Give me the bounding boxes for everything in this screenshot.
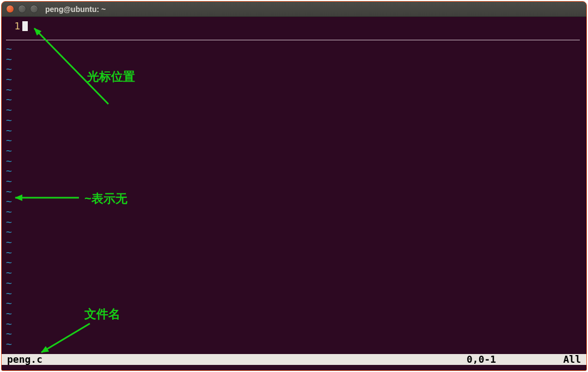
tilde-marker: ~: [6, 115, 12, 126]
tilde-marker: ~: [6, 268, 12, 278]
status-scroll: All: [548, 355, 581, 364]
tilde-marker: ~: [6, 237, 12, 248]
cursor-block: [22, 21, 28, 31]
line-number: 1: [2, 21, 22, 31]
tilde-column: ~~~~~~~~~~~~~~~~~~~~~~~~~~~~~~~: [6, 44, 12, 359]
tilde-marker: ~: [6, 309, 12, 319]
close-icon[interactable]: [6, 5, 14, 13]
titlebar: peng@ubuntu: ~: [2, 2, 586, 17]
minimize-icon[interactable]: [18, 5, 26, 13]
tilde-marker: ~: [6, 105, 12, 115]
status-bar: peng.c 0,0-1 All: [2, 354, 586, 365]
cursorline-underline: [6, 40, 580, 40]
tilde-marker: ~: [6, 278, 12, 289]
tilde-marker: ~: [6, 44, 12, 54]
terminal-body[interactable]: 1 ~~~~~~~~~~~~~~~~~~~~~~~~~~~~~~~ peng.c…: [2, 17, 586, 370]
maximize-icon[interactable]: [30, 5, 38, 13]
tilde-marker: ~: [6, 75, 12, 85]
tilde-marker: ~: [6, 207, 12, 217]
command-line[interactable]: [2, 365, 586, 370]
tilde-marker: ~: [6, 339, 12, 350]
terminal-window: peng@ubuntu: ~ 1 ~~~~~~~~~~~~~~~~~~~~~~~…: [1, 1, 587, 371]
tilde-marker: ~: [6, 146, 12, 156]
editor-line-1[interactable]: 1: [2, 21, 586, 31]
status-position: 0,0-1: [467, 355, 548, 364]
status-filename: peng.c: [7, 355, 42, 364]
window-title: peng@ubuntu: ~: [45, 5, 106, 14]
tilde-marker: ~: [6, 176, 12, 187]
